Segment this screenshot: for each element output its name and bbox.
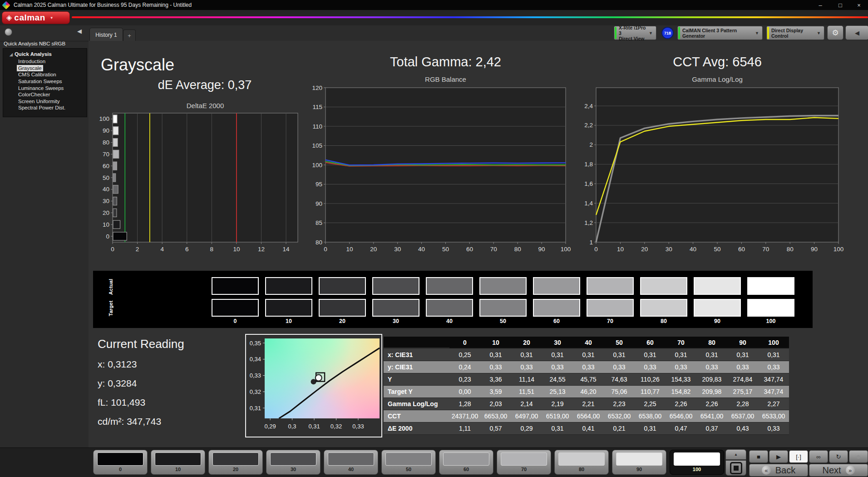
- table-column-header: 30: [542, 337, 573, 348]
- svg-text:80: 80: [514, 246, 521, 253]
- sidebar-item-grayscale[interactable]: Grayscale: [17, 65, 43, 72]
- maximize-button[interactable]: □: [831, 0, 850, 10]
- tab-history-1[interactable]: History 1: [89, 28, 123, 41]
- pattern-level-button-0[interactable]: 0: [93, 450, 148, 475]
- table-cell: 25,13: [542, 386, 573, 398]
- patch-level-label: 0: [234, 318, 237, 324]
- patch-swatch-target-30: [372, 299, 419, 317]
- svg-text:4: 4: [160, 246, 164, 253]
- sidebar-item-colorchecker[interactable]: ColorChecker: [17, 91, 51, 98]
- svg-text:1,6: 1,6: [584, 180, 593, 187]
- tree-item-list: IntroductionGrayscaleCMS CalibrationSatu…: [3, 58, 87, 111]
- pattern-level-button-50[interactable]: 50: [381, 450, 436, 475]
- sidebar-item-cms-calibration[interactable]: CMS Calibration: [17, 71, 58, 78]
- pattern-level-button-70[interactable]: 70: [497, 450, 551, 475]
- patch-swatch-actual-100: [747, 277, 794, 295]
- single-measure-button[interactable]: [·]: [789, 450, 808, 463]
- arrow-left-icon: ◀: [855, 30, 859, 36]
- pattern-level-button-10[interactable]: 10: [151, 450, 205, 475]
- pattern-button-label: 20: [233, 467, 238, 472]
- pattern-button-label: 10: [175, 467, 181, 472]
- table-row-label-e-2000: ΔE 2000: [384, 422, 449, 435]
- sidebar-item-introduction[interactable]: Introduction: [17, 58, 47, 65]
- pattern-level-button-80[interactable]: 80: [554, 450, 609, 475]
- grayscale-data-table: 0102030405060708090100x: CIE310,250,310,…: [384, 337, 789, 435]
- meter-dropdown[interactable]: X-Rite i1Pro 3 Direct View ▼: [614, 26, 656, 40]
- svg-text:95: 95: [316, 181, 322, 188]
- sidebar-item-luminance-sweeps[interactable]: Luminance Sweeps: [17, 84, 65, 91]
- meter-mode: Direct View: [619, 36, 649, 41]
- svg-text:110: 110: [312, 123, 322, 130]
- rainbow-gradient-bar: [72, 16, 868, 18]
- panel-collapse-button[interactable]: ◀: [845, 25, 868, 40]
- stop-button[interactable]: ■: [749, 450, 768, 463]
- pattern-swatch: [270, 452, 316, 466]
- sidebar-item-saturation-sweeps[interactable]: Saturation Sweeps: [17, 78, 64, 85]
- table-cell: 0,25: [449, 349, 480, 361]
- svg-text:0,32: 0,32: [250, 388, 261, 395]
- table-column-header: 90: [727, 337, 758, 348]
- settings-button[interactable]: ⚙: [827, 25, 843, 40]
- sidebar-collapse-icon[interactable]: ◀: [77, 28, 82, 35]
- svg-text:0,32: 0,32: [330, 423, 342, 430]
- refresh-button[interactable]: ↻: [829, 450, 848, 463]
- table-cell: 110,26: [635, 373, 666, 386]
- patch-level-label: 70: [607, 318, 613, 324]
- svg-text:1,4: 1,4: [584, 200, 593, 207]
- pattern-popup-button[interactable]: ▲: [725, 449, 746, 460]
- pattern-level-button-30[interactable]: 30: [266, 450, 321, 475]
- next-button[interactable]: Next »: [809, 464, 868, 477]
- meter-badge[interactable]: 718: [661, 27, 674, 39]
- svg-text:0,29: 0,29: [264, 423, 276, 430]
- tree-root-quick-analysis[interactable]: ◢Quick Analysis: [10, 51, 87, 57]
- svg-text:30: 30: [666, 246, 672, 253]
- deltae-bar-chart: 100908070605040302010002468101214: [84, 109, 311, 261]
- chevron-down-icon: ▼: [817, 31, 821, 35]
- tab-add-button[interactable]: +: [123, 30, 136, 41]
- chevron-down-icon: ▼: [50, 16, 54, 20]
- navigation-buttons: « Back Next »: [749, 464, 868, 477]
- sidebar-options-button[interactable]: [5, 28, 12, 36]
- back-button[interactable]: « Back: [749, 464, 808, 477]
- patch-swatch-actual-30: [372, 277, 419, 295]
- pattern-level-button-40[interactable]: 40: [324, 450, 378, 475]
- continuous-measure-button[interactable]: ∞: [809, 450, 828, 463]
- table-cell: 2,25: [635, 398, 666, 410]
- table-cell: 0,31: [542, 349, 573, 361]
- pattern-level-button-100[interactable]: 100: [670, 450, 724, 475]
- display-control-dropdown[interactable]: Direct Display Control ▼: [766, 26, 824, 40]
- patch-swatch-target-50: [479, 299, 527, 317]
- pattern-level-button-60[interactable]: 60: [439, 450, 493, 475]
- pattern-swatch: [501, 452, 547, 466]
- pattern-level-buttons: 0102030405060708090100: [93, 450, 724, 475]
- svg-text:85: 85: [316, 219, 322, 226]
- minimize-button[interactable]: –: [811, 0, 830, 10]
- pattern-window-button[interactable]: [725, 460, 746, 476]
- patch-level-label: 20: [339, 318, 345, 324]
- sidebar-item-spectral-power-dist[interactable]: Spectral Power Dist.: [17, 104, 67, 111]
- svg-text:10: 10: [617, 246, 624, 253]
- table-cell: 154,33: [666, 373, 696, 386]
- circle-icon: ●: [856, 452, 861, 462]
- table-cell: 11,14: [511, 373, 542, 386]
- svg-text:0,34: 0,34: [250, 356, 261, 363]
- play-button[interactable]: ▶: [769, 450, 788, 463]
- pattern-level-button-20[interactable]: 20: [208, 450, 263, 475]
- table-cell: 0,31: [573, 349, 604, 361]
- svg-text:70: 70: [762, 246, 769, 253]
- sidebar-item-screen-uniformity[interactable]: Screen Uniformity: [17, 98, 61, 105]
- pattern-generator-dropdown[interactable]: CalMAN Client 3 Pattern Generator ▼: [677, 26, 763, 40]
- indicator-button[interactable]: ●: [849, 450, 868, 463]
- svg-text:30: 30: [103, 198, 109, 204]
- svg-text:100: 100: [99, 115, 109, 122]
- patch-swatch-actual-40: [426, 277, 473, 295]
- close-button[interactable]: ×: [850, 0, 868, 10]
- table-cell: 0,33: [542, 361, 573, 373]
- svg-text:12: 12: [258, 246, 265, 253]
- pattern-button-label: 40: [348, 467, 354, 472]
- table-cell: 2,21: [573, 398, 604, 410]
- table-cell: 6538,00: [635, 410, 666, 422]
- calman-menu-button[interactable]: ◈ calman ▼: [2, 11, 70, 24]
- pattern-button-label: 60: [464, 467, 469, 472]
- pattern-level-button-90[interactable]: 90: [612, 450, 666, 475]
